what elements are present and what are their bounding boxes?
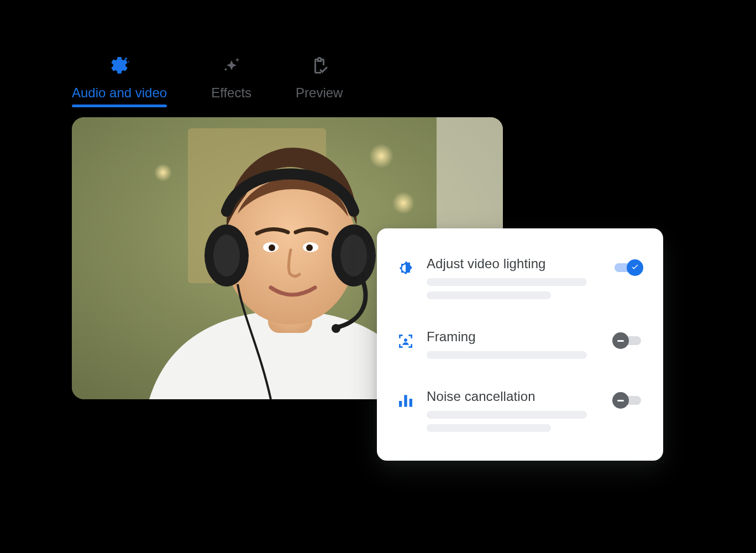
svg-rect-25 <box>410 399 412 407</box>
gear-sparkle-icon <box>109 55 129 77</box>
svg-point-22 <box>404 338 407 342</box>
minus-icon <box>617 400 624 401</box>
setting-row-noise-cancellation: Noise cancellation <box>397 381 643 454</box>
svg-point-16 <box>340 234 367 276</box>
toggle-noise-cancellation[interactable] <box>612 392 643 409</box>
placeholder-line <box>427 411 587 419</box>
setting-title: Framing <box>427 329 596 345</box>
settings-tabs: Audio and video Effects Preview <box>72 55 343 104</box>
framing-icon <box>397 332 414 350</box>
equalizer-icon <box>397 392 414 410</box>
svg-point-3 <box>369 144 393 168</box>
setting-title: Noise cancellation <box>427 389 596 404</box>
placeholder-line <box>427 291 551 299</box>
svg-point-14 <box>213 234 240 276</box>
svg-rect-24 <box>404 395 407 406</box>
tab-audio-and-video[interactable]: Audio and video <box>72 55 167 104</box>
check-icon <box>631 262 639 273</box>
svg-point-21 <box>306 244 313 251</box>
svg-point-17 <box>332 324 340 333</box>
tab-label: Audio and video <box>72 85 167 101</box>
placeholder-line <box>427 424 551 432</box>
tab-preview[interactable]: Preview <box>296 55 343 104</box>
tab-label: Preview <box>296 85 343 101</box>
minus-icon <box>617 340 624 342</box>
sparkles-icon <box>222 55 242 77</box>
setting-title: Adjust video lighting <box>427 256 596 272</box>
placeholder-line <box>427 351 587 359</box>
tab-effects[interactable]: Effects <box>211 55 251 104</box>
audio-video-settings-card: Adjust video lighting <box>377 228 663 461</box>
svg-rect-23 <box>399 401 402 407</box>
setting-row-framing: Framing <box>397 321 643 381</box>
setting-row-lighting: Adjust video lighting <box>397 248 643 321</box>
placeholder-line <box>427 278 587 286</box>
svg-point-19 <box>269 244 275 251</box>
tab-label: Effects <box>211 85 251 101</box>
brightness-icon <box>397 259 414 277</box>
toggle-framing[interactable] <box>612 332 643 349</box>
svg-point-8 <box>154 164 172 181</box>
svg-point-4 <box>392 192 414 214</box>
clipboard-check-icon <box>309 55 329 77</box>
toggle-lighting[interactable] <box>612 259 643 276</box>
